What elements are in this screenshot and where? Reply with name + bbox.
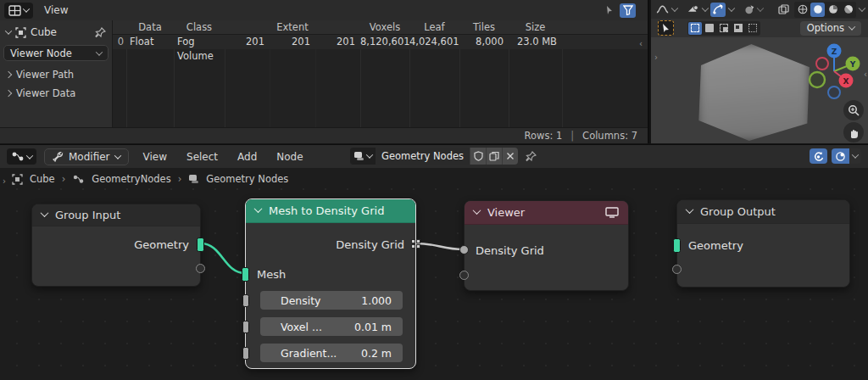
editor-type-button[interactable] [7,148,36,165]
socket-mesh-input[interactable] [242,267,249,282]
gizmo-neg-y[interactable] [810,72,825,87]
node-header[interactable]: Group Output [677,200,849,224]
menu-select[interactable]: Select [185,151,220,163]
proportional-falloff-icon[interactable] [656,4,669,14]
toolbar-expand-arrow[interactable]: › [3,176,6,186]
socket-density-input[interactable] [242,294,249,307]
shading-rendered-button[interactable] [841,3,855,17]
chevron-down-icon[interactable] [852,151,859,158]
shading-solid-button[interactable] [810,3,825,17]
col-tiles[interactable]: Tiles [459,20,509,35]
sidebar-collapse-arrow[interactable]: ‹ [639,39,643,48]
cell-tiles: 8,000 [459,35,504,49]
select-tool-button[interactable] [658,20,674,36]
breadcrumb-modifier[interactable]: GeometryNodes [92,173,170,185]
socket-virtual[interactable] [459,271,469,280]
col-extent[interactable]: Extent [225,20,360,35]
pan-button[interactable] [843,122,864,142]
socket-density-grid-output[interactable] [411,239,420,249]
pointer-filter-icon[interactable] [604,5,615,15]
density-field[interactable]: Density 1.000 [260,291,403,310]
breadcrumb-tree[interactable]: Geometry Nodes [206,173,288,185]
node-header[interactable]: Mesh to Density Grid [246,199,415,223]
menu-view[interactable]: View [142,151,169,163]
viewport-canvas[interactable]: › ‹ Z Y X [651,37,868,143]
dataset-object-row[interactable]: Cube [3,23,108,42]
gizmo-neg-z[interactable] [828,87,840,98]
pin-icon[interactable] [95,27,106,38]
select-mode-extend[interactable] [703,22,716,35]
section-viewer-data[interactable]: Viewer Data [3,85,108,102]
chevron-down-icon[interactable] [701,4,708,11]
socket-voxel-size-input[interactable] [242,321,249,333]
chevron-down-icon [849,23,855,30]
select-mode-subtract[interactable] [717,22,731,35]
chevron-down-icon[interactable] [757,4,764,11]
breadcrumb-object[interactable]: Cube [30,173,55,185]
duplicate-button[interactable] [486,148,502,165]
voxel-size-field[interactable]: Voxel ... 0.01 m [260,317,403,336]
collapse-chevron-icon[interactable] [41,209,49,217]
field-label: Density [281,294,321,307]
context-modifier-dropdown[interactable]: Modifier [44,148,129,165]
tree-name-field[interactable]: Geometry Nodes [376,148,470,165]
socket-virtual[interactable] [196,264,205,273]
node-viewer[interactable]: Viewer Density Grid [464,200,629,291]
col-data-type[interactable]: Data Type [126,20,174,35]
node-group-output[interactable]: Group Output Geometry [676,199,850,288]
toolbar-expand-arrow[interactable]: › [654,53,658,62]
cursor-icon [661,23,670,33]
chevron-down-icon[interactable] [728,4,735,11]
select-mode-new[interactable] [688,22,702,35]
gizmo-neg-x[interactable] [816,58,828,70]
overlay-sphere-toggle[interactable] [832,148,849,164]
visibility-filter-icon[interactable] [687,4,699,14]
socket-row-mesh: Mesh [246,263,415,285]
chevron-down-icon[interactable] [671,4,678,11]
table-row[interactable]: 0 Float Fog Volume 201 201 201 8,120,601… [113,35,648,49]
select-mode-invert[interactable] [732,22,745,35]
socket-virtual[interactable] [672,265,682,274]
fake-user-button[interactable] [470,148,486,165]
node-mesh-to-density-grid[interactable]: Mesh to Density Grid Density Grid Mesh D… [245,198,416,369]
col-size[interactable]: Size [509,20,562,35]
socket-geometry-input[interactable] [673,238,681,253]
collapse-chevron-icon[interactable] [254,204,263,213]
menu-view[interactable]: View [42,4,70,16]
filter-button[interactable] [620,3,636,18]
hand-icon [849,126,860,138]
node-header[interactable]: Viewer [465,201,628,225]
chevron-down-icon[interactable] [859,4,865,11]
editor-type-button[interactable] [4,3,33,19]
node-group-input[interactable]: Group Input Geometry [31,204,201,287]
socket-geometry-output[interactable] [197,238,204,252]
tree-browse-button[interactable] [350,148,376,165]
auto-render-toggle[interactable] [810,148,827,164]
viewport-header [651,0,868,19]
socket-gradient-input[interactable] [242,347,249,360]
shading-wireframe-button[interactable] [795,3,810,17]
menu-node[interactable]: Node [275,151,304,163]
select-mode-intersect[interactable] [746,22,760,35]
snap-button[interactable] [710,3,726,17]
xray-toggle[interactable] [776,3,791,17]
pin-icon[interactable] [526,151,537,162]
menu-add[interactable]: Add [236,151,259,163]
col-leaf-voxels[interactable]: Leaf Voxels [409,20,459,35]
volume-cube[interactable] [698,44,810,141]
section-viewer-path[interactable]: Viewer Path [3,66,108,83]
options-button[interactable]: Options [800,21,861,36]
col-class[interactable]: Class [174,20,225,35]
viewer-node-dropdown[interactable]: Viewer Node [3,45,108,61]
shading-material-button[interactable] [826,3,840,17]
collapse-chevron-icon[interactable] [473,206,481,215]
zoom-button[interactable] [843,100,864,120]
navigation-gizmo[interactable]: Z Y X [802,42,866,103]
unlink-button[interactable] [502,148,518,165]
gradient-field[interactable]: Gradient... 0.2 m [260,344,403,362]
transform-orientation-icon[interactable] [744,4,754,15]
socket-density-grid-input[interactable] [459,245,469,254]
collapse-chevron-icon[interactable] [686,205,694,214]
col-voxels[interactable]: Voxels [360,20,409,35]
node-header[interactable]: Group Input [32,204,200,226]
